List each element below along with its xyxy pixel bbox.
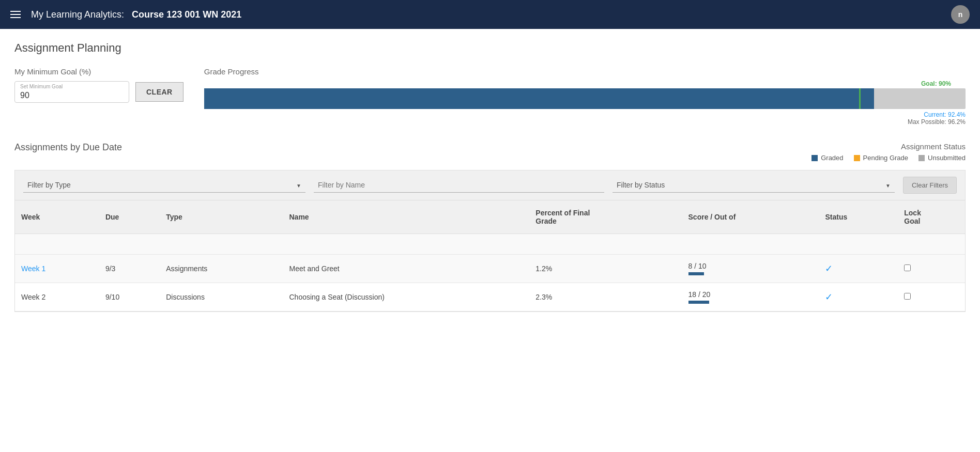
filter-status-select[interactable]: Filter by Status bbox=[612, 178, 895, 193]
grade-section: Grade Progress Goal: 90% Current: 92.4% … bbox=[204, 67, 966, 126]
row1-percent: 1.2% bbox=[529, 255, 682, 283]
header-title-prefix: My Learning Analytics: bbox=[31, 9, 124, 20]
col-percent: Percent of FinalGrade bbox=[529, 200, 682, 234]
clear-goal-button[interactable]: CLEAR bbox=[135, 82, 183, 102]
row1-lock-goal[interactable] bbox=[898, 255, 965, 283]
hamburger-menu-button[interactable] bbox=[10, 11, 21, 18]
filter-type-wrapper: Filter by Type ▼ bbox=[23, 178, 305, 193]
app-header: My Learning Analytics: Course 123 001 WN… bbox=[0, 0, 980, 29]
col-lock-goal: LockGoal bbox=[898, 200, 965, 234]
assignments-section: Assignments by Due Date Assignment Statu… bbox=[14, 142, 966, 312]
row1-lock-checkbox[interactable] bbox=[904, 264, 911, 271]
top-section: My Minimum Goal (%) Set Minimum Goal CLE… bbox=[14, 67, 966, 126]
status-section-title: Assignment Status bbox=[811, 142, 966, 151]
legend-graded: Graded bbox=[811, 154, 843, 162]
graded-dot bbox=[811, 155, 818, 161]
main-content: Assignment Planning My Minimum Goal (%) … bbox=[0, 29, 980, 452]
goal-marker bbox=[859, 88, 861, 109]
filter-status-wrapper: Filter by Status ▼ bbox=[612, 178, 895, 193]
col-name: Name bbox=[283, 200, 529, 234]
table-row: Week 1 9/3 Assignments Meet and Greet 1.… bbox=[15, 255, 965, 283]
unsubmitted-label: Unsubmitted bbox=[928, 154, 966, 162]
row1-score-cell: 8 / 10 bbox=[688, 262, 813, 275]
goal-input-label: Set Minimum Goal bbox=[20, 84, 63, 89]
table-header-row: Week Due Type Name Percent of FinalGrade… bbox=[15, 200, 965, 234]
row1-status-checkmark: ✓ bbox=[825, 263, 833, 274]
row2-name: Choosing a Seat (Discussion) bbox=[283, 283, 529, 311]
row1-week: Week 1 bbox=[15, 255, 99, 283]
progress-labels: Current: 92.4% Max Possible: 96.2% bbox=[204, 111, 966, 126]
pending-label: Pending Grade bbox=[863, 154, 908, 162]
spacer-row bbox=[15, 234, 965, 255]
assignments-table-container[interactable]: Week Due Type Name Percent of FinalGrade… bbox=[14, 200, 966, 312]
row2-status: ✓ bbox=[819, 283, 898, 311]
week1-link[interactable]: Week 1 bbox=[21, 264, 45, 273]
goal-input-wrapper: Set Minimum Goal bbox=[14, 81, 129, 103]
assignments-table: Week Due Type Name Percent of FinalGrade… bbox=[15, 200, 965, 311]
row2-status-checkmark: ✓ bbox=[825, 292, 833, 302]
filter-type-select[interactable]: Filter by Type bbox=[23, 178, 305, 193]
current-grade-label: Current: 92.4% bbox=[924, 111, 966, 118]
row2-score-cell: 18 / 20 bbox=[688, 290, 813, 304]
assignments-header: Assignments by Due Date Assignment Statu… bbox=[14, 142, 966, 162]
col-status: Status bbox=[819, 200, 898, 234]
col-due: Due bbox=[99, 200, 160, 234]
assignments-title: Assignments by Due Date bbox=[14, 142, 122, 153]
row2-week: Week 2 bbox=[15, 283, 99, 311]
row1-status: ✓ bbox=[819, 255, 898, 283]
row2-score-bar bbox=[688, 301, 709, 304]
progress-bar-container bbox=[204, 88, 966, 109]
col-type: Type bbox=[160, 200, 283, 234]
graded-label: Graded bbox=[821, 154, 843, 162]
row2-due: 9/10 bbox=[99, 283, 160, 311]
goal-section-label: My Minimum Goal (%) bbox=[14, 67, 183, 76]
page-title: Assignment Planning bbox=[14, 41, 966, 55]
legend-unsubmitted: Unsubmitted bbox=[918, 154, 966, 162]
row1-score-value: 8 / 10 bbox=[688, 262, 813, 270]
row1-score: 8 / 10 bbox=[682, 255, 819, 283]
avatar[interactable]: n bbox=[951, 5, 970, 24]
row2-lock-goal[interactable] bbox=[898, 283, 965, 311]
goal-line-label: Goal: 90% bbox=[204, 80, 966, 87]
col-score: Score / Out of bbox=[682, 200, 819, 234]
header-title: My Learning Analytics: Course 123 001 WN… bbox=[31, 9, 241, 20]
header-course-name: Course 123 001 WN 2021 bbox=[132, 9, 241, 20]
max-possible-label: Max Possible: 96.2% bbox=[908, 118, 966, 126]
legend-pending: Pending Grade bbox=[854, 154, 908, 162]
row2-score: 18 / 20 bbox=[682, 283, 819, 311]
progress-bar-fill bbox=[204, 88, 874, 109]
row1-due: 9/3 bbox=[99, 255, 160, 283]
row1-type: Assignments bbox=[160, 255, 283, 283]
assignment-status-legend: Assignment Status Graded Pending Grade U… bbox=[811, 142, 966, 162]
row2-percent: 2.3% bbox=[529, 283, 682, 311]
row1-name: Meet and Greet bbox=[283, 255, 529, 283]
legend-items: Graded Pending Grade Unsubmitted bbox=[811, 154, 966, 162]
row2-type: Discussions bbox=[160, 283, 283, 311]
table-body: Week 1 9/3 Assignments Meet and Greet 1.… bbox=[15, 234, 965, 311]
goal-section: My Minimum Goal (%) Set Minimum Goal CLE… bbox=[14, 67, 183, 103]
col-week: Week bbox=[15, 200, 99, 234]
grade-progress-label: Grade Progress bbox=[204, 67, 966, 76]
row1-score-bar bbox=[688, 272, 704, 275]
clear-filters-button[interactable]: Clear Filters bbox=[903, 177, 957, 194]
table-row: Week 2 9/10 Discussions Choosing a Seat … bbox=[15, 283, 965, 311]
goal-input-row: Set Minimum Goal CLEAR bbox=[14, 81, 183, 103]
filter-name-input[interactable] bbox=[314, 178, 604, 193]
unsubmitted-dot bbox=[918, 155, 925, 161]
row2-score-value: 18 / 20 bbox=[688, 290, 813, 299]
filters-row: Filter by Type ▼ Filter by Status ▼ Clea… bbox=[14, 170, 966, 200]
pending-dot bbox=[854, 155, 860, 161]
row2-lock-checkbox[interactable] bbox=[904, 293, 911, 300]
table-header: Week Due Type Name Percent of FinalGrade… bbox=[15, 200, 965, 234]
